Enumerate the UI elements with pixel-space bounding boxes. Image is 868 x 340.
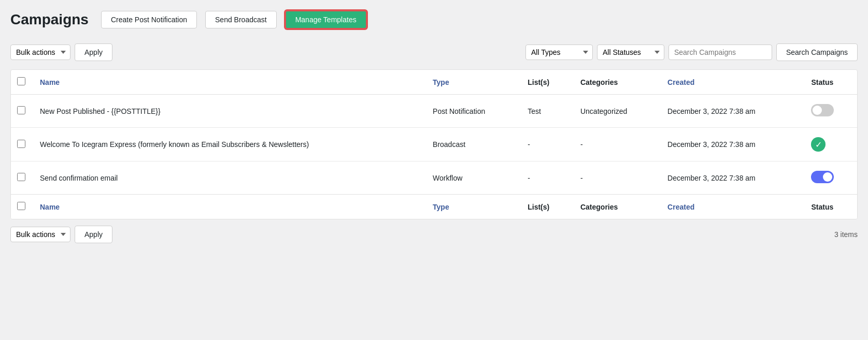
col-footer-type: Type [424,195,519,219]
table-row: Send confirmation email Workflow - - Dec… [11,161,857,195]
status-filter-select[interactable]: All Statuses [597,45,664,60]
bottom-toolbar: Bulk actions Apply 3 items [10,219,858,245]
top-toolbar: Bulk actions Apply All Types All Statuse… [10,39,858,65]
row-status [803,161,857,195]
items-count: 3 items [834,230,858,239]
row-categories: - [572,128,659,161]
row-created: December 3, 2022 7:38 am [659,128,803,161]
type-filter-select[interactable]: All Types [525,45,593,60]
status-check-icon: ✓ [811,137,826,152]
row-name: New Post Published - {{POSTTITLE}} [32,95,424,128]
col-footer-categories: Categories [572,195,659,219]
table-body: New Post Published - {{POSTTITLE}} Post … [11,95,857,195]
col-header-type: Type [424,70,519,95]
manage-templates-button[interactable]: Manage Templates [285,10,367,29]
apply-button-bottom[interactable]: Apply [75,226,112,243]
apply-button-top[interactable]: Apply [75,43,112,61]
table-row: Welcome To Icegram Express (formerly kno… [11,128,857,161]
bulk-actions-select-bottom[interactable]: Bulk actions [10,227,70,242]
row-checkbox-cell [11,161,32,195]
create-post-notification-button[interactable]: Create Post Notification [101,11,197,28]
bottom-toolbar-left: Bulk actions Apply [10,226,112,243]
row-name: Welcome To Icegram Express (formerly kno… [32,128,424,161]
row-created: December 3, 2022 7:38 am [659,95,803,128]
table-footer-header-row: Name Type List(s) Categories Created Sta… [11,195,857,219]
row-lists: - [519,128,572,161]
select-all-checkbox[interactable] [17,77,25,85]
page-title: Campaigns [10,11,89,28]
toolbar-right: All Types All Statuses Search Campaigns [525,43,858,61]
row-created: December 3, 2022 7:38 am [659,161,803,195]
row-categories: - [572,161,659,195]
col-header-categories: Categories [572,70,659,95]
row-type: Workflow [424,161,519,195]
col-header-status: Status [803,70,857,95]
col-header-created: Created [659,70,803,95]
select-all-header [11,70,32,95]
row-status [803,95,857,128]
row-checkbox[interactable] [17,140,25,148]
campaigns-table: Name Type List(s) Categories Created Sta… [11,70,857,219]
row-categories: Uncategorized [572,95,659,128]
col-footer-created: Created [659,195,803,219]
row-checkbox[interactable] [17,106,25,114]
select-all-footer-header [11,195,32,219]
row-lists: Test [519,95,572,128]
row-type: Broadcast [424,128,519,161]
col-header-name: Name [32,70,424,95]
toolbar-left: Bulk actions Apply [10,43,112,61]
col-footer-name: Name [32,195,424,219]
col-header-lists: List(s) [519,70,572,95]
row-name: Send confirmation email [32,161,424,195]
send-broadcast-button[interactable]: Send Broadcast [205,11,277,28]
bulk-actions-select-top[interactable]: Bulk actions [10,45,70,60]
row-lists: - [519,161,572,195]
select-all-footer-checkbox[interactable] [17,202,25,210]
campaigns-table-container: Name Type List(s) Categories Created Sta… [10,69,858,219]
status-toggle[interactable] [811,104,834,116]
search-input[interactable] [668,45,772,60]
row-checkbox-cell [11,128,32,161]
col-footer-lists: List(s) [519,195,572,219]
search-campaigns-button[interactable]: Search Campaigns [776,43,858,61]
row-status: ✓ [803,128,857,161]
status-toggle[interactable] [811,171,834,183]
row-type: Post Notification [424,95,519,128]
col-footer-status: Status [803,195,857,219]
table-header-row: Name Type List(s) Categories Created Sta… [11,70,857,95]
page-header: Campaigns Create Post Notification Send … [10,10,858,29]
row-checkbox[interactable] [17,173,25,181]
table-row: New Post Published - {{POSTTITLE}} Post … [11,95,857,128]
row-checkbox-cell [11,95,32,128]
